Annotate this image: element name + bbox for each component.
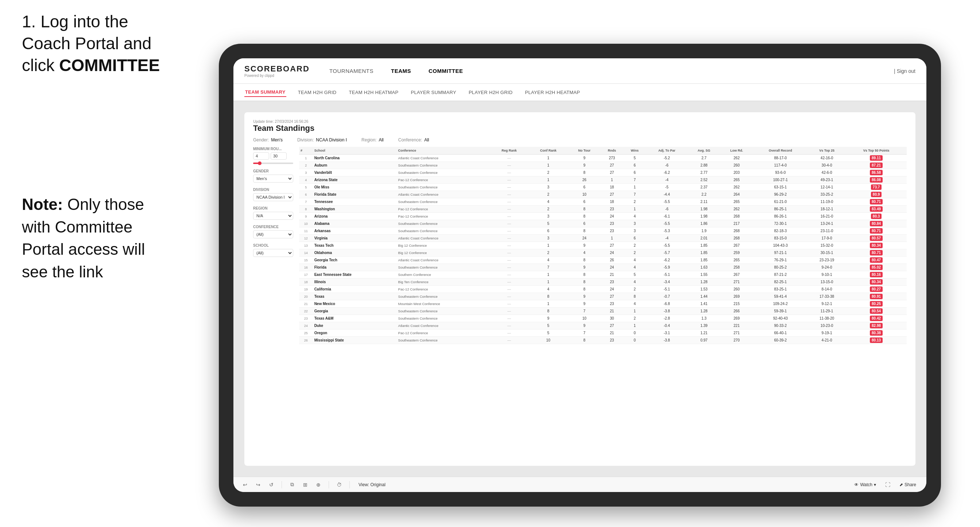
cell-reg-rank: — xyxy=(490,293,528,300)
cell-adj-par: -4 xyxy=(646,176,688,184)
min-rounds-slider[interactable] xyxy=(253,162,293,164)
cell-conference: Southeastern Conference xyxy=(397,264,490,271)
cell-school: Oklahoma xyxy=(313,249,397,257)
cell-adj-par: -6 xyxy=(646,162,688,169)
cell-no-tour: 8 xyxy=(569,213,600,220)
cell-vs-top50-points: 80.9 xyxy=(846,191,907,198)
cell-overall: 88-17-0 xyxy=(753,154,808,162)
cell-reg-rank: — xyxy=(490,249,528,257)
table-row: 7 Tennessee Southeastern Conference — 4 … xyxy=(299,198,907,206)
cell-avg-sg: 1.85 xyxy=(688,249,720,257)
table-row: 4 Arizona State Pac-12 Conference — 1 26… xyxy=(299,176,907,184)
cell-avg-sg: 1.28 xyxy=(688,278,720,286)
table-row: 11 Arkansas Southeastern Conference — 6 … xyxy=(299,227,907,235)
sub-nav-player-summary[interactable]: PLAYER SUMMARY xyxy=(410,88,457,97)
cell-wins: 5 xyxy=(624,271,646,278)
undo-icon[interactable]: ↩ xyxy=(241,480,250,489)
instruction-text: 1. Log into the Coach Portal and click C… xyxy=(22,11,175,76)
cell-vs-top50-points: 86.08 xyxy=(846,176,907,184)
view-original-button[interactable]: View: Original xyxy=(356,481,388,489)
table-row: 6 Florida State Atlantic Coast Conferenc… xyxy=(299,191,907,198)
cell-adj-par: -5.7 xyxy=(646,249,688,257)
cell-vs-top25: 9-19-1 xyxy=(808,329,846,337)
min-rounds-max[interactable] xyxy=(270,152,287,160)
cell-rank: 22 xyxy=(299,308,313,315)
cell-conf-rank: 1 xyxy=(528,176,569,184)
cell-low-rd: 265 xyxy=(720,198,753,206)
cell-low-rd: 268 xyxy=(720,235,753,242)
cell-low-rd: 259 xyxy=(720,249,753,257)
cell-conference: Pac-12 Conference xyxy=(397,176,490,184)
cell-rank: 9 xyxy=(299,213,313,220)
table-row: 1 North Carolina Atlantic Coast Conferen… xyxy=(299,154,907,162)
sub-nav-team-h2h-heatmap[interactable]: TEAM H2H HEATMAP xyxy=(348,88,399,97)
refresh-icon[interactable]: ↺ xyxy=(267,480,276,489)
region-select[interactable]: N/A xyxy=(253,212,293,220)
sub-nav-team-summary[interactable]: TEAM SUMMARY xyxy=(244,88,286,97)
cell-rank: 23 xyxy=(299,315,313,322)
cell-vs-top50-points: 87.21 xyxy=(846,162,907,169)
conference-select[interactable]: (All) xyxy=(253,230,293,238)
cell-reg-rank: — xyxy=(490,308,528,315)
cell-school: New Mexico xyxy=(313,300,397,308)
cell-conf-rank: 1 xyxy=(528,242,569,249)
cell-reg-rank: — xyxy=(490,206,528,213)
col-reg-rank: Reg Rank xyxy=(490,147,528,154)
cell-rank: 5 xyxy=(299,184,313,191)
cell-low-rd: 217 xyxy=(720,220,753,227)
cell-conference: Southeastern Conference xyxy=(397,220,490,227)
zoom-icon[interactable]: ⊕ xyxy=(314,480,323,489)
sign-out-button[interactable]: | Sign out xyxy=(894,68,915,74)
min-rounds-min[interactable] xyxy=(253,152,269,160)
cell-no-tour: 6 xyxy=(569,184,600,191)
cell-vs-top50-points: 80.25 xyxy=(846,300,907,308)
cell-vs-top50-points: 80.3 xyxy=(846,213,907,220)
cell-low-rd: 203 xyxy=(720,169,753,176)
expand-icon[interactable]: ⛶ xyxy=(883,480,892,489)
nav-teams[interactable]: TEAMS xyxy=(390,65,412,77)
cell-rank: 1 xyxy=(299,154,313,162)
cell-vs-top50-points: 80.42 xyxy=(846,315,907,322)
cell-reg-rank: — xyxy=(490,235,528,242)
table-row: 24 Duke Atlantic Coast Conference — 5 9 … xyxy=(299,322,907,329)
cell-no-tour: 8 xyxy=(569,286,600,293)
clock-icon[interactable]: ⏱ xyxy=(335,480,344,489)
cell-conf-rank: 1 xyxy=(528,271,569,278)
cell-school: Illinois xyxy=(313,278,397,286)
cell-rnds: 1 xyxy=(600,235,624,242)
division-filter: Division: NCAA Division I xyxy=(297,137,347,143)
grid-icon[interactable]: ⊞ xyxy=(301,480,310,489)
col-wins: Wins xyxy=(624,147,646,154)
redo-icon[interactable]: ↪ xyxy=(254,480,262,489)
cell-vs-top25: 4-21-0 xyxy=(808,337,846,344)
cell-adj-par: -3.8 xyxy=(646,337,688,344)
bottom-toolbar: ↩ ↪ ↺ ⧉ ⊞ ⊕ ⏱ View: Original 👁 Watch ▾ ⛶… xyxy=(234,477,926,492)
col-overall: Overall Record xyxy=(753,147,808,154)
table-row: 2 Auburn Southeastern Conference — 1 9 2… xyxy=(299,162,907,169)
cell-low-rd: 258 xyxy=(720,264,753,271)
sub-nav-player-h2h-heatmap[interactable]: PLAYER H2H HEATMAP xyxy=(524,88,581,97)
cell-rank: 19 xyxy=(299,286,313,293)
cell-school: Florida xyxy=(313,264,397,271)
sub-nav-team-h2h-grid[interactable]: TEAM H2H GRID xyxy=(297,88,337,97)
sub-nav-player-h2h-grid[interactable]: PLAYER H2H GRID xyxy=(468,88,514,97)
cell-rank: 12 xyxy=(299,235,313,242)
cell-reg-rank: — xyxy=(490,271,528,278)
division-select[interactable]: NCAA Division I xyxy=(253,193,293,201)
cell-low-rd: 270 xyxy=(720,337,753,344)
cell-avg-sg: 1.21 xyxy=(688,329,720,337)
toolbar-separator-1 xyxy=(282,481,282,488)
cell-conference: Big Ten Conference xyxy=(397,278,490,286)
share-button[interactable]: ⬈ Share xyxy=(896,481,919,489)
nav-tournaments[interactable]: TOURNAMENTS xyxy=(328,65,375,77)
school-select[interactable]: (All) xyxy=(253,249,293,257)
cell-conf-rank: 2 xyxy=(528,169,569,176)
cell-school: Arizona xyxy=(313,213,397,220)
copy-icon[interactable]: ⧉ xyxy=(288,480,296,489)
cell-conf-rank: 1 xyxy=(528,154,569,162)
cell-adj-par: -2.8 xyxy=(646,315,688,322)
cell-reg-rank: — xyxy=(490,191,528,198)
nav-committee[interactable]: COMMITTEE xyxy=(427,65,465,77)
watch-button[interactable]: 👁 Watch ▾ xyxy=(851,481,879,489)
gender-select[interactable]: Men's xyxy=(253,175,293,183)
